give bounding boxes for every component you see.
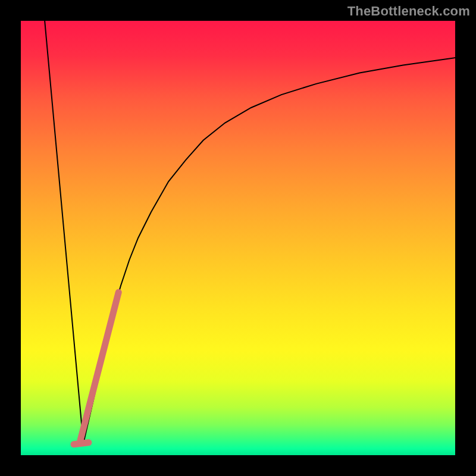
series-decreasing-line [45, 21, 83, 443]
series-min-marker [74, 443, 89, 444]
watermark-text: TheBottleneck.com [347, 4, 470, 19]
series-increasing-curve [83, 58, 455, 443]
chart-svg [21, 21, 455, 455]
plot-area [21, 21, 455, 455]
chart-frame: TheBottleneck.com [0, 0, 476, 476]
series-highlighted-segment [80, 292, 118, 440]
